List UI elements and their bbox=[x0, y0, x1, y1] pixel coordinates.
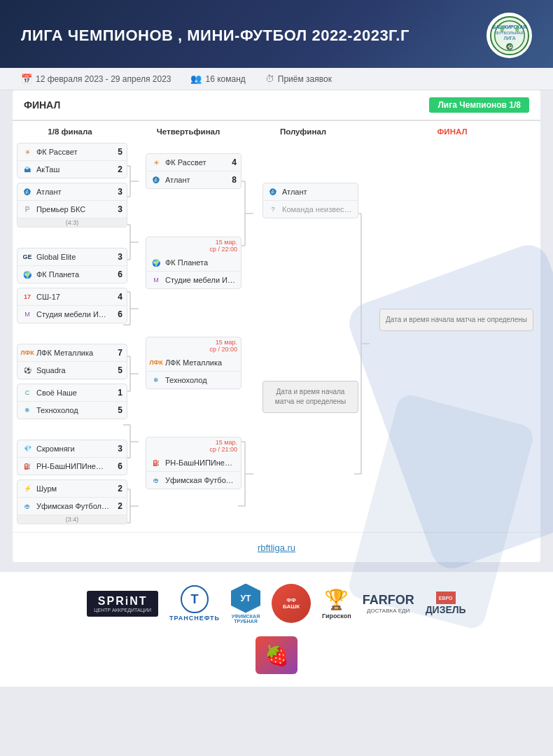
r1-match-4: 17 СШ-17 4 M Студия мебели Ильд... 6 bbox=[17, 288, 127, 323]
federation-logo: ФФБАШК bbox=[272, 584, 311, 623]
r2-match-3-spacer: 15 мар.ср / 20:00 ЛФК ЛФК Металлика ❄ Те… bbox=[143, 337, 244, 389]
team-icon: ЛФК bbox=[22, 347, 33, 358]
sponsor-giroscop: 🏆 Гироскоп bbox=[322, 584, 351, 622]
sponsor-berry-row: 🍓 bbox=[14, 636, 539, 674]
team-icon: 🏟 bbox=[150, 475, 162, 486]
r1m1-team2: 🏔 АкТаш 2 bbox=[18, 161, 127, 178]
sponsors-section: SPRiNT ЦЕНТР АККРЕДИТАЦИИ Т ТРАНСНЕФТЬ У… bbox=[0, 572, 553, 687]
col-header-r4: ФИНАЛ bbox=[368, 124, 536, 139]
team-icon: GE bbox=[22, 251, 33, 262]
team-icon: ⛽ bbox=[150, 457, 162, 468]
team-score: 5 bbox=[113, 405, 122, 415]
r1m7-team2: ⛽ РН-БашНИПИнефть 6 bbox=[18, 458, 127, 475]
team-score: 5 bbox=[113, 365, 122, 375]
team-score: 3 bbox=[113, 444, 122, 454]
team-icon: 17 bbox=[22, 291, 33, 302]
team-name: Шурм bbox=[36, 484, 109, 493]
transneft-name: ТРАНСНЕФТЬ bbox=[169, 615, 220, 622]
team-name: ЛФК Металлика bbox=[36, 349, 109, 357]
col-header-r2: Четвертьфинал bbox=[139, 124, 238, 139]
team-icon: 🅐 bbox=[150, 174, 162, 186]
team-score: 5 bbox=[113, 147, 122, 157]
r1-match-6: С Своё Наше 1 ❄ Технохолод 5 bbox=[17, 384, 127, 419]
svg-text:ФУТБОЛЬНАЯ: ФУТБОЛЬНАЯ bbox=[496, 31, 523, 35]
r1-column: ☀ ФК Рассвет 5 🏔 АкТаш 2 🅐 bbox=[17, 141, 127, 526]
teams-text: 16 команд bbox=[205, 74, 245, 84]
team-name: Скромняги bbox=[36, 444, 109, 453]
status-item: ⏱ Приём заявок bbox=[265, 74, 332, 84]
r2m4-team2: 🏟 Уфимская Футбольна... bbox=[146, 472, 241, 489]
r2-match-2: 15 мар.ср / 22:00 🌍 ФК Планета M Студие … bbox=[146, 237, 241, 289]
bracket-topbar: ФИНАЛ Лига Чемпионов 1/8 bbox=[13, 90, 540, 121]
team-score: 6 bbox=[113, 270, 122, 279]
col-header-r3: Полуфинал bbox=[253, 124, 353, 139]
team-name: АкТаш bbox=[36, 165, 109, 174]
team-name: РН-БашНИПИнефть bbox=[36, 462, 109, 470]
bracket-col-headers: 1/8 финала Четвертьфинал Полуфинал ФИНАЛ bbox=[13, 121, 540, 139]
r1m8-team2: 🏟 Уфимская Футбольна... 2 bbox=[18, 498, 127, 515]
r2m2-team1: 🌍 ФК Планета bbox=[146, 254, 241, 272]
r2m2-team2: M Студие мебели Ильд... bbox=[146, 272, 241, 288]
team-icon: ⛽ bbox=[22, 461, 33, 472]
r1m5-team2: ⚽ Squadra 5 bbox=[18, 362, 127, 379]
team-icon: 🏔 bbox=[22, 164, 33, 175]
page-header: ЛИГА ЧЕМПИОНОВ , МИНИ-ФУТБОЛ 2022-2023Г.… bbox=[0, 0, 553, 68]
team-score: 6 bbox=[113, 309, 122, 319]
transneft-logo: Т bbox=[181, 585, 209, 613]
team-icon: ЛФК bbox=[150, 357, 162, 368]
r1m3-team1: GE Global Elite 3 bbox=[18, 248, 127, 266]
r1-match-3: GE Global Elite 3 🌍 ФК Планета 6 bbox=[17, 248, 127, 284]
team-name: Технохолод bbox=[165, 376, 237, 384]
team-name: ФК Рассвет bbox=[36, 148, 109, 156]
team-icon: 💎 bbox=[22, 443, 33, 454]
clock-icon: ⏱ bbox=[265, 74, 274, 84]
r1-match-5: ЛФК ЛФК Металлика 7 ⚽ Squadra 5 bbox=[17, 344, 127, 379]
team-score: 2 bbox=[113, 501, 122, 511]
team-score: 8 bbox=[227, 175, 237, 185]
sponsor-berry: 🍓 bbox=[255, 636, 298, 674]
team-score: 3 bbox=[113, 187, 122, 197]
farfor-name: FARFOR bbox=[363, 593, 414, 608]
sub-header: 📅 12 февраля 2023 - 29 апреля 2023 👥 16 … bbox=[0, 68, 553, 90]
team-score: 4 bbox=[113, 292, 122, 302]
r1-match-2: 🅐 Атлант 3 P Премьер БКС 3 (4:3) bbox=[17, 183, 127, 227]
bracket-rows: ☀ ФК Рассвет 5 🏔 АкТаш 2 🅐 bbox=[17, 141, 536, 526]
r3-match-1-spacer: 🅐 Атлант ? Команда неизвестна bbox=[260, 183, 361, 218]
pending-text: Дата и время начала матча не определены bbox=[380, 309, 533, 330]
bracket-container: ФИНАЛ Лига Чемпионов 1/8 1/8 финала Четв… bbox=[13, 90, 540, 562]
team-name: Global Elite bbox=[36, 253, 109, 261]
team-name: Атлант bbox=[282, 188, 354, 196]
rbftliga-link[interactable]: rbftliga.ru bbox=[258, 542, 295, 553]
r2-match-1: ☀ ФК Рассвет 4 🅐 Атлант 8 bbox=[146, 153, 241, 189]
team-icon: M bbox=[22, 309, 33, 320]
r1m6-team1: С Своё Наше 1 bbox=[18, 384, 127, 402]
team-name: СШ-17 bbox=[36, 293, 109, 301]
team-score: 4 bbox=[227, 158, 237, 167]
team-name: Атлант bbox=[165, 176, 223, 184]
r2-match-4-spacer: 15 мар.ср / 21:00 ⛽ РН-БашНИПИнефть 🏟 Уф… bbox=[143, 437, 244, 489]
diesel-text: ДИЗЕЛЬ bbox=[426, 604, 466, 615]
match-date: 15 мар.ср / 21:00 bbox=[146, 438, 241, 454]
sponsor-sprint: SPRiNT ЦЕНТР АККРЕДИТАЦИИ bbox=[87, 584, 158, 622]
team-name: ФК Планета bbox=[36, 270, 109, 279]
team-icon: M bbox=[150, 274, 162, 286]
team-name: Своё Наше bbox=[36, 388, 109, 397]
bracket-title: ФИНАЛ bbox=[24, 99, 60, 111]
r1m4-team2: M Студия мебели Ильд... 6 bbox=[18, 306, 127, 323]
col-header-r1: 1/8 финала bbox=[17, 124, 123, 139]
r2-column: ☀ ФК Рассвет 4 🅐 Атлант 8 bbox=[143, 141, 244, 491]
status-text: Приём заявок bbox=[278, 74, 332, 84]
match-date: 15 мар.ср / 20:00 bbox=[146, 337, 241, 354]
teams-item: 👥 16 команд bbox=[190, 74, 245, 84]
team-name: ФК Рассвет bbox=[165, 158, 223, 167]
r1m3-team2: 🌍 ФК Планета 6 bbox=[18, 266, 127, 283]
r3-column: 🅐 Атлант ? Команда неизвестна Да bbox=[260, 141, 361, 414]
team-score: 3 bbox=[113, 252, 122, 262]
team-icon: P bbox=[22, 204, 33, 215]
sprint-logo: SPRiNT ЦЕНТР АККРЕДИТАЦИИ bbox=[87, 591, 158, 617]
giroscop-name: Гироскоп bbox=[322, 612, 351, 620]
sponsor-farfor: FARFOR ДОСТАВКА ЕДИ bbox=[363, 584, 414, 622]
team-score: 2 bbox=[113, 164, 122, 174]
r4-column: Дата и время начала матча не определены bbox=[377, 141, 536, 332]
r2m1-team2: 🅐 Атлант 8 bbox=[146, 172, 241, 188]
